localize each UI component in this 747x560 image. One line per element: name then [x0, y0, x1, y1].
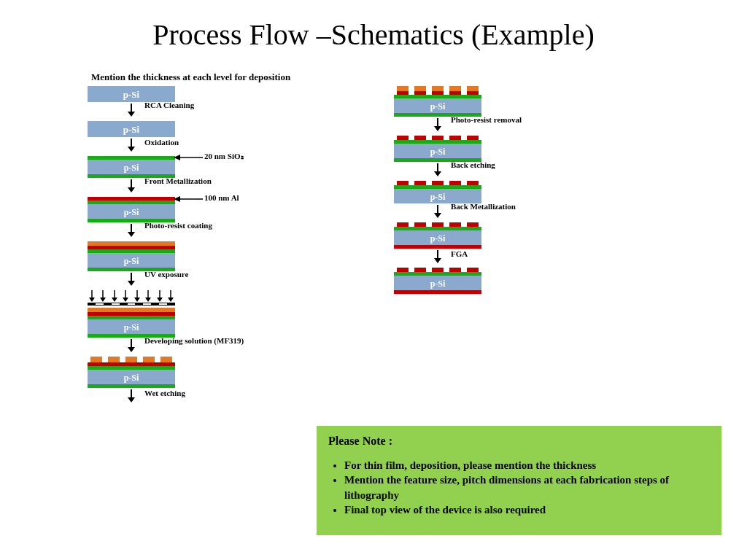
svg-marker-37 — [434, 171, 441, 176]
step-back-etched: p-Si — [394, 181, 481, 203]
note-item: Mention the feature size, pitch dimensio… — [344, 472, 710, 502]
pointer-icon — [174, 195, 203, 203]
arrow-icon: Wet etching — [127, 388, 136, 407]
svg-marker-31 — [128, 347, 135, 352]
svg-marker-27 — [157, 298, 163, 302]
svg-marker-29 — [168, 298, 174, 302]
patterned-metal — [394, 181, 481, 185]
mask-layer — [88, 303, 175, 306]
psi-layer: p-Si — [88, 253, 175, 268]
arrow-icon: FGA — [433, 249, 442, 268]
step-label: Front Metallization — [144, 176, 212, 185]
svg-marker-7 — [128, 187, 135, 192]
arrow-icon: RCA Cleaning — [127, 102, 136, 121]
psi-layer: p-Si — [88, 370, 175, 384]
step-label: Wet etching — [144, 389, 185, 397]
psi-layer: p-Si — [394, 144, 481, 158]
svg-marker-5 — [174, 155, 180, 160]
svg-marker-19 — [112, 298, 117, 302]
psi-layer: p-Si — [88, 86, 175, 102]
psi-layer: p-Si — [394, 230, 481, 245]
step-label: Photo-resist removal — [451, 115, 522, 124]
note-item: For thin film, deposition, please mentio… — [344, 458, 710, 472]
step-pr-removed: p-Si — [394, 136, 481, 162]
right-column: p-Si Photo-resist removal p-Si Back etch… — [394, 86, 481, 407]
note-item: Final top view of the device is also req… — [344, 502, 710, 517]
patterned-metal — [394, 222, 481, 227]
psi-layer: p-Si — [88, 160, 175, 174]
svg-marker-17 — [100, 298, 106, 302]
arrow-icon: Front Metallization — [127, 178, 136, 197]
step-label: FGA — [451, 249, 468, 258]
step-label: Photo-resist coating — [144, 221, 212, 230]
subtitle: Mention the thickness at each level for … — [91, 71, 290, 83]
note-box: Please Note : For thin film, deposition,… — [317, 426, 721, 535]
psi-layer: p-Si — [394, 276, 481, 290]
annotation-sio2: 20 nm SiO₂ — [204, 152, 244, 161]
left-column: p-Si RCA Cleaning p-Si Oxidation p-Si 20… — [88, 86, 175, 407]
page-title: Process Flow –Schematics (Example) — [0, 0, 747, 52]
step-bare-psi: p-Si — [88, 86, 175, 102]
arrow-icon: Back Metallization — [433, 203, 442, 222]
step-uv-exposure: p-Si — [88, 290, 175, 338]
pointer-icon — [174, 154, 203, 161]
step-pr-coat: p-Si — [88, 241, 175, 271]
diagram-columns: p-Si RCA Cleaning p-Si Oxidation p-Si 20… — [88, 86, 481, 407]
note-list: For thin film, deposition, please mentio… — [328, 458, 710, 517]
svg-marker-9 — [174, 196, 180, 202]
step-label: UV exposure — [144, 270, 188, 279]
svg-marker-21 — [123, 298, 128, 302]
step-label: Developing solution (MF319) — [144, 336, 244, 345]
psi-layer: p-Si — [88, 204, 175, 219]
step-label: Oxidation — [144, 138, 179, 147]
arrow-icon: UV exposure — [127, 271, 136, 290]
arrow-icon: Oxidation — [127, 137, 136, 156]
step-psi-2: p-Si — [88, 121, 175, 137]
svg-marker-15 — [89, 298, 95, 302]
patterned-metal — [394, 268, 481, 272]
svg-marker-41 — [434, 258, 441, 263]
patterned-pr-metal — [394, 86, 481, 95]
svg-marker-33 — [128, 397, 135, 402]
svg-marker-1 — [128, 112, 135, 117]
step-label: RCA Cleaning — [144, 101, 194, 109]
step-front-metal: p-Si 100 nm Al — [88, 197, 175, 222]
step-wet-etched: p-Si — [394, 86, 481, 117]
step-developed: p-Si — [88, 357, 175, 388]
patterned-metal — [394, 136, 481, 140]
svg-marker-23 — [134, 298, 140, 302]
step-final: p-Si — [394, 268, 481, 294]
annotation-al: 100 nm Al — [204, 193, 239, 202]
svg-marker-25 — [145, 298, 151, 302]
uv-arrows-icon — [88, 290, 175, 302]
step-back-metal: p-Si — [394, 222, 481, 249]
step-label: Back Metallization — [451, 202, 516, 211]
svg-marker-35 — [434, 126, 441, 131]
arrow-icon: Developing solution (MF319) — [127, 338, 136, 357]
svg-marker-13 — [128, 281, 135, 286]
arrow-icon: Photo-resist coating — [127, 222, 136, 241]
arrow-icon: Back etching — [433, 162, 442, 181]
psi-layer: p-Si — [394, 189, 481, 203]
svg-marker-39 — [434, 213, 441, 218]
patterned-pr — [88, 357, 175, 362]
note-title: Please Note : — [328, 435, 710, 448]
psi-layer: p-Si — [88, 121, 175, 137]
step-label: Back etching — [451, 160, 495, 169]
psi-layer: p-Si — [394, 98, 481, 113]
psi-layer: p-Si — [88, 319, 175, 334]
svg-marker-11 — [128, 232, 135, 237]
svg-marker-3 — [128, 147, 135, 152]
step-oxide: p-Si 20 nm SiO₂ — [88, 156, 175, 178]
arrow-icon: Photo-resist removal — [433, 117, 442, 136]
